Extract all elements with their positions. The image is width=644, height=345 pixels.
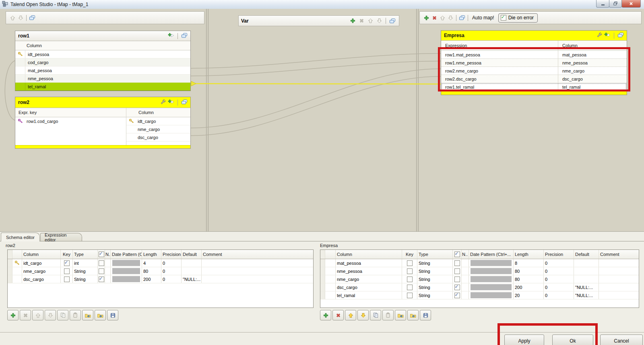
schema-row-dsc_cargo[interactable]: dsc_cargo String 200 0 "NULL:...: [320, 283, 639, 291]
export-schema-button[interactable]: [407, 310, 419, 320]
empresa-row-dsc_cargo[interactable]: row2.dsc_cargo dsc_cargo: [441, 75, 627, 83]
cell-comment[interactable]: [202, 275, 313, 283]
save-button[interactable]: [107, 310, 118, 320]
cell-type[interactable]: String: [73, 275, 98, 283]
die-on-error-toggle[interactable]: Die on error: [498, 13, 538, 23]
move-down-button[interactable]: [357, 310, 369, 320]
cell-type[interactable]: String: [417, 291, 453, 299]
nullable-all-checkbox[interactable]: [454, 251, 460, 257]
nullable-checkbox[interactable]: [454, 285, 460, 290]
cell-type[interactable]: String: [73, 267, 98, 275]
cell-length[interactable]: 4: [142, 259, 161, 267]
row2-item-idt_cargo[interactable]: idt_cargo: [126, 117, 190, 125]
nullable-checkbox[interactable]: [454, 260, 460, 266]
copy-button[interactable]: [57, 310, 68, 320]
key-checkbox[interactable]: [407, 285, 413, 290]
paste-button[interactable]: [70, 310, 81, 320]
schema-row-nme_pessoa[interactable]: nme_pessoa String 80 0: [320, 267, 639, 275]
nullable-checkbox[interactable]: [454, 268, 460, 274]
cell-type[interactable]: int: [73, 259, 98, 267]
minimize-output-panel-icon[interactable]: [458, 14, 466, 22]
row2-item-nme_cargo[interactable]: nme_cargo: [126, 125, 190, 133]
minimize-table-icon[interactable]: [181, 99, 188, 106]
empresa-row-nme_cargo[interactable]: row2.nme_cargo nme_cargo: [441, 67, 627, 75]
cell-type[interactable]: String: [417, 275, 453, 283]
die-on-error-checkbox[interactable]: [501, 15, 506, 21]
row2-item-dsc_cargo[interactable]: dsc_cargo: [126, 133, 190, 141]
ok-button[interactable]: Ok: [552, 335, 593, 345]
cell-length[interactable]: 80: [514, 267, 544, 275]
cell-precision[interactable]: 0: [161, 275, 182, 283]
row2-expr-key-cell[interactable]: row1.cod_cargo: [15, 117, 126, 125]
cell-comment[interactable]: [202, 267, 313, 275]
cell-comment[interactable]: [599, 283, 639, 291]
cell-column[interactable]: mat_pessoa: [336, 259, 402, 267]
cell-default[interactable]: [182, 259, 202, 267]
nullable-checkbox[interactable]: [99, 268, 104, 274]
add-output-icon[interactable]: [422, 14, 430, 22]
add-row-button[interactable]: [7, 310, 19, 320]
tab-expression-editor[interactable]: Expression editor: [40, 233, 82, 241]
key-checkbox[interactable]: [407, 276, 413, 282]
close-button[interactable]: [621, 0, 641, 8]
cell-precision[interactable]: 0: [544, 283, 574, 291]
cell-precision[interactable]: 0: [544, 275, 574, 283]
right-splitter[interactable]: [416, 9, 419, 231]
move-output-down-icon[interactable]: [446, 14, 454, 22]
move-down-icon[interactable]: [17, 14, 25, 22]
cell-column[interactable]: nme_cargo: [336, 275, 402, 283]
schema-row-dsc_cargo[interactable]: dsc_cargo String 200 0 "NULL:...: [8, 275, 313, 283]
cell-comment[interactable]: [599, 267, 639, 275]
cell-comment[interactable]: [599, 275, 639, 283]
cell-type[interactable]: String: [417, 259, 453, 267]
key-checkbox[interactable]: [64, 268, 70, 274]
key-checkbox[interactable]: [407, 268, 413, 274]
cell-length[interactable]: 20: [514, 291, 544, 299]
cell-length[interactable]: 8: [514, 259, 544, 267]
move-up-button[interactable]: [345, 310, 356, 320]
add-column-icon[interactable]: [604, 32, 611, 39]
cell-length[interactable]: 80: [514, 275, 544, 283]
add-column-icon[interactable]: [167, 99, 174, 106]
nullable-checkbox[interactable]: [454, 276, 460, 282]
cell-type[interactable]: String: [417, 267, 453, 275]
cell-column[interactable]: idt_cargo: [22, 259, 61, 267]
cell-default[interactable]: "NULL:...: [182, 275, 202, 283]
cell-default[interactable]: [574, 275, 599, 283]
cell-length[interactable]: 80: [142, 267, 161, 275]
nullable-checkbox[interactable]: [99, 276, 104, 282]
cell-precision[interactable]: 0: [544, 267, 574, 275]
schema-row-nme_cargo[interactable]: nme_cargo String 80 0: [320, 275, 639, 283]
key-checkbox[interactable]: [64, 276, 70, 282]
minimize-button[interactable]: [596, 0, 609, 8]
key-checkbox[interactable]: [407, 260, 413, 266]
cell-comment[interactable]: [599, 291, 639, 299]
cell-length[interactable]: 200: [514, 283, 544, 291]
cell-default[interactable]: [182, 267, 202, 275]
cell-default[interactable]: [574, 259, 599, 267]
left-splitter[interactable]: [206, 9, 208, 231]
remove-row-button[interactable]: [332, 310, 344, 320]
nullable-checkbox[interactable]: [99, 260, 104, 266]
cell-comment[interactable]: [599, 259, 639, 267]
move-up-button[interactable]: [32, 310, 43, 320]
cell-column[interactable]: dsc_cargo: [336, 283, 402, 291]
cell-type[interactable]: String: [417, 283, 453, 291]
minimize-panel-icon[interactable]: [28, 14, 36, 22]
move-up-icon[interactable]: [8, 14, 17, 22]
schema-row-tel_ramal[interactable]: tel_ramal String 20 0 "NULL:...: [320, 291, 639, 299]
cancel-button[interactable]: Cancel: [600, 335, 643, 345]
move-var-down-icon[interactable]: [375, 17, 383, 25]
move-down-button[interactable]: [45, 310, 56, 320]
empresa-row-tel_ramal-selected[interactable]: row1.tel_ramal tel_ramal: [441, 83, 627, 91]
restore-button[interactable]: [609, 0, 622, 8]
add-row-button[interactable]: [320, 310, 331, 320]
add-var-icon[interactable]: [349, 17, 357, 25]
cell-length[interactable]: 200: [142, 275, 161, 283]
settings-wrench-icon[interactable]: [160, 99, 166, 106]
cell-default[interactable]: "NULL:...: [574, 283, 599, 291]
move-var-up-icon[interactable]: [366, 17, 374, 25]
tab-schema-editor[interactable]: Schema editor: [1, 233, 40, 241]
key-checkbox[interactable]: [407, 293, 413, 298]
minimize-table-icon[interactable]: [181, 33, 188, 39]
